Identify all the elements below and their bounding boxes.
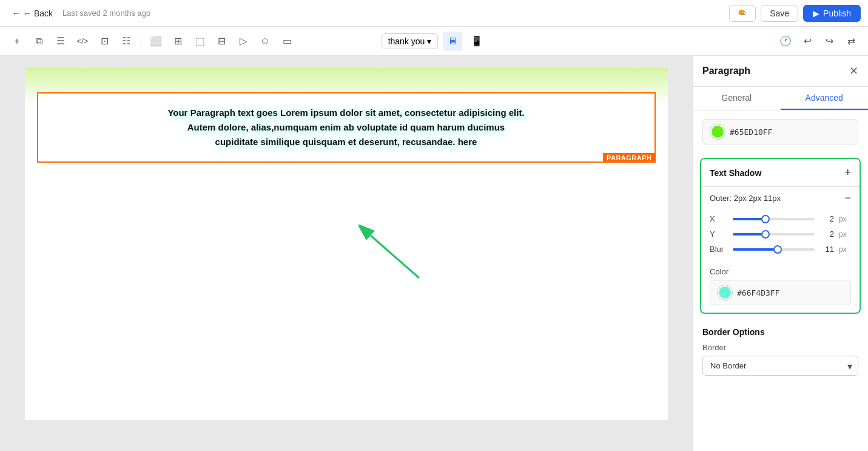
desktop-view-button[interactable]: 🖥: [443, 32, 462, 51]
form-icon[interactable]: ⬚: [190, 32, 209, 51]
panel-header: Paragraph ✕: [693, 56, 868, 87]
add-element-button[interactable]: +: [7, 32, 27, 51]
back-arrow-icon: ←: [12, 8, 21, 18]
shadow-item: Outer: 2px 2px 11px −: [701, 186, 860, 209]
redo-icon[interactable]: ↪: [819, 32, 839, 51]
border-label: Border: [702, 343, 858, 352]
blur-slider-thumb[interactable]: [773, 245, 782, 254]
chevron-down-icon: ▾: [427, 36, 431, 46]
page-select[interactable]: thank you ▾: [382, 33, 439, 49]
paragraph-label: PARAGRAPH: [603, 153, 656, 163]
section-icon[interactable]: ☷: [116, 32, 136, 51]
emoji-icon[interactable]: ☺: [255, 32, 275, 51]
toolbar-right: 🕐 ↩ ↪ ⇄: [776, 32, 861, 51]
main-layout: Your Paragraph text goes Lorem ipsum dol…: [0, 56, 868, 451]
history-icon[interactable]: 🕐: [776, 32, 795, 51]
x-label: X: [710, 214, 728, 223]
publish-play-icon: ▶: [813, 8, 819, 18]
back-button[interactable]: ← ← Back: [7, 6, 58, 21]
x-slider-row: X 2 px: [710, 214, 851, 223]
x-slider-track[interactable]: [733, 218, 815, 220]
border-select-wrapper: No Border: [702, 356, 858, 376]
add-shadow-button[interactable]: +: [844, 166, 851, 179]
grid-icon[interactable]: ⊞: [168, 32, 187, 51]
paragraph-line-2: Autem dolore, alias,numquam enim ab volu…: [187, 122, 505, 132]
arrow-annotation: [358, 223, 431, 287]
blur-slider-track[interactable]: [733, 248, 815, 251]
color-section-label: Color: [710, 267, 851, 276]
widget-icon[interactable]: ▭: [277, 32, 297, 51]
paragraph-line-3: cupiditate similique quisquam et deserun…: [215, 137, 477, 147]
y-slider-row: Y 2 px: [710, 229, 851, 239]
right-panel: Paragraph ✕ General Advanced #65ED10FF T…: [692, 56, 868, 451]
text-shadow-section: Text Shadow + Outer: 2px 2px 11px − X 2 …: [700, 158, 861, 314]
y-slider-track[interactable]: [733, 233, 815, 236]
layout-icon[interactable]: ⬜: [146, 32, 166, 51]
layers-icon[interactable]: ⧉: [29, 32, 49, 51]
y-value: 2: [819, 229, 834, 239]
bg-color-swatch: [710, 124, 725, 139]
bg-color-value: #65ED10FF: [730, 127, 772, 137]
video-icon[interactable]: ▷: [234, 32, 253, 51]
shadow-color-value: #66F4D3FF: [737, 288, 779, 297]
tab-advanced[interactable]: Advanced: [781, 87, 869, 110]
y-label: Y: [710, 229, 728, 239]
elements-icon[interactable]: ⊡: [95, 32, 114, 51]
blur-slider-fill: [733, 248, 778, 251]
shadow-item-label: Outer: 2px 2px 11px: [710, 194, 781, 203]
y-unit: px: [839, 230, 851, 239]
blur-unit: px: [839, 245, 851, 254]
x-value: 2: [819, 214, 834, 223]
y-slider-thumb[interactable]: [761, 230, 770, 239]
undo-icon[interactable]: ↩: [798, 32, 817, 51]
remove-shadow-button[interactable]: −: [844, 192, 851, 205]
save-button[interactable]: Save: [761, 5, 798, 22]
back-label: ← Back: [23, 8, 53, 18]
shadow-color-swatch: [718, 285, 732, 300]
border-options-title: Border Options: [702, 327, 858, 337]
tab-general[interactable]: General: [693, 87, 781, 110]
shadow-color-section: Color #66F4D3FF: [701, 265, 860, 313]
toolbar-center: thank you ▾ 🖥 📱: [382, 32, 487, 51]
y-slider-fill: [733, 233, 765, 236]
x-unit: px: [839, 215, 851, 223]
text-shadow-header: Text Shadow +: [701, 159, 860, 186]
unsaved-dot: [739, 10, 744, 15]
canvas-area: Your Paragraph text goes Lorem ipsum dol…: [0, 56, 692, 451]
border-select[interactable]: No Border: [702, 356, 858, 376]
media-icon[interactable]: ⊟: [212, 32, 231, 51]
paragraph-text: Your Paragraph text goes Lorem ipsum dol…: [56, 106, 636, 149]
x-slider-thumb[interactable]: [761, 215, 770, 223]
divider-1: [141, 34, 141, 49]
blur-value: 11: [819, 245, 834, 254]
border-options-section: Border Options Border No Border: [693, 319, 868, 384]
top-bar: ← ← Back Last saved 2 months ago 👁 Save …: [0, 0, 868, 27]
saved-label: Last saved 2 months ago: [62, 8, 150, 18]
paragraph-line-1: Your Paragraph text goes Lorem ipsum dol…: [167, 107, 524, 118]
settings-icon[interactable]: ⇄: [841, 32, 861, 51]
blur-label: Blur: [710, 245, 728, 254]
top-bar-right: 👁 Save ▶ Publish: [729, 5, 861, 22]
x-slider-fill: [733, 218, 765, 220]
shadow-color-row[interactable]: #66F4D3FF: [710, 280, 851, 305]
color-swatch-row[interactable]: #65ED10FF: [702, 119, 858, 144]
text-shadow-title: Text Shadow: [710, 168, 761, 178]
svg-line-1: [371, 236, 419, 278]
code-icon[interactable]: </>: [73, 32, 92, 51]
mobile-view-button[interactable]: 📱: [467, 32, 486, 51]
paragraph-block[interactable]: Your Paragraph text goes Lorem ipsum dol…: [37, 92, 656, 163]
page-name: thank you: [388, 36, 425, 46]
canvas-page: Your Paragraph text goes Lorem ipsum dol…: [25, 68, 668, 420]
pages-icon[interactable]: ☰: [51, 32, 70, 51]
panel-tabs: General Advanced: [693, 87, 868, 110]
toolbar: + ⧉ ☰ </> ⊡ ☷ ⬜ ⊞ ⬚ ⊟ ▷ ☺ ▭ thank you ▾ …: [0, 27, 868, 56]
blur-slider-row: Blur 11 px: [710, 245, 851, 254]
publish-button[interactable]: ▶ Publish: [803, 5, 861, 22]
panel-title: Paragraph: [702, 66, 750, 76]
shadow-controls: X 2 px Y 2 px: [701, 209, 860, 265]
publish-label: Publish: [823, 8, 851, 18]
close-panel-button[interactable]: ✕: [849, 64, 858, 78]
